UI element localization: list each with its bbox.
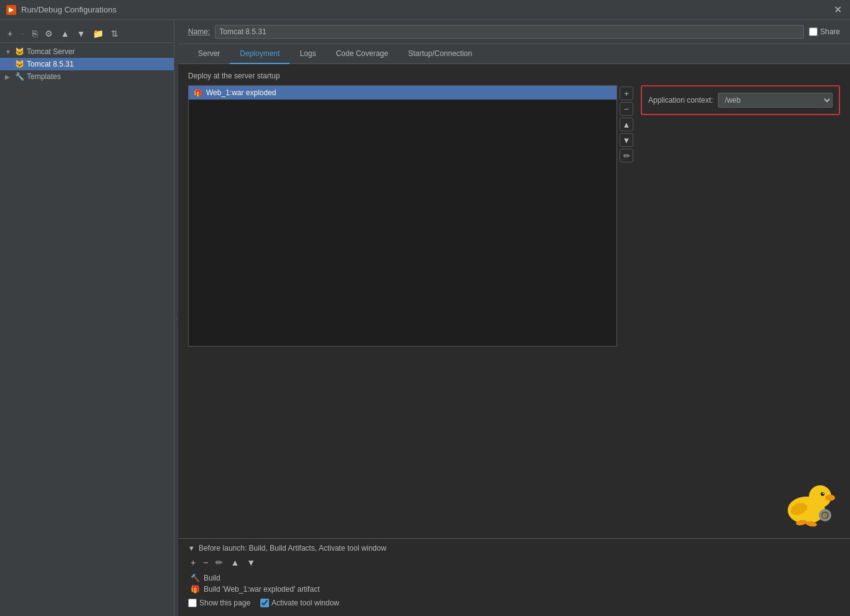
deploy-up-button[interactable]: ▲ xyxy=(620,118,633,131)
title-bar: ▶ Run/Debug Configurations ✕ xyxy=(0,0,850,20)
move-up-config-button[interactable]: ▲ xyxy=(58,27,72,40)
close-button[interactable]: ✕ xyxy=(831,4,844,16)
show-page-label: Show this page xyxy=(199,599,250,607)
sort-config-button[interactable]: ⇅ xyxy=(108,27,121,40)
deploy-down-button[interactable]: ▼ xyxy=(620,133,633,147)
before-launch-item-label-0: Build xyxy=(204,574,220,582)
app-context-label: Application context: xyxy=(648,96,713,105)
deploy-item-0[interactable]: 🎁 Web_1:war exploded xyxy=(189,86,616,100)
activate-tool-checkbox-item: Activate tool window xyxy=(260,599,339,607)
tomcat-server-icon: 🐱 xyxy=(15,47,24,56)
before-launch-up-button[interactable]: ▲ xyxy=(228,556,242,569)
templates-icon: 🔧 xyxy=(15,72,24,81)
tab-logs[interactable]: Logs xyxy=(290,44,326,64)
tab-startup[interactable]: Startup/Connection xyxy=(398,44,482,64)
deployment-content: Deploy at the server startup 🎁 Web_1:war… xyxy=(178,64,850,538)
before-launch-title: Before launch: Build, Build Artifacts, A… xyxy=(199,544,387,553)
folder-config-button[interactable]: 📁 xyxy=(90,27,106,40)
tomcat-group-label: Tomcat Server xyxy=(27,47,75,56)
before-launch-section: ▼ Before launch: Build, Build Artifacts,… xyxy=(178,538,850,616)
show-page-checkbox[interactable] xyxy=(188,599,197,607)
add-config-button[interactable]: + xyxy=(5,27,15,40)
copy-config-button[interactable]: ⎘ xyxy=(30,27,40,40)
checkboxes-row: Show this page Activate tool window xyxy=(188,595,840,611)
deploy-remove-button[interactable]: − xyxy=(620,102,633,116)
before-launch-item-0: 🔨 Build xyxy=(188,572,840,584)
deploy-list-wrapper: 🎁 Web_1:war exploded + − ▲ ▼ ✏ xyxy=(188,85,633,347)
dialog-title: Run/Debug Configurations xyxy=(21,5,116,14)
sidebar-toolbar: + − ⎘ ⚙ ▲ ▼ 📁 ⇅ xyxy=(0,25,174,43)
templates-label: Templates xyxy=(27,72,61,81)
deploy-add-button[interactable]: + xyxy=(620,86,633,100)
before-launch-collapse-button[interactable]: ▼ xyxy=(188,544,195,552)
app-context-select[interactable]: /web / /app xyxy=(718,93,833,108)
before-launch-down-button[interactable]: ▼ xyxy=(244,556,258,569)
tabs-row: Server Deployment Logs Code Coverage Sta… xyxy=(178,44,850,64)
before-launch-toolbar: + − ✏ ▲ ▼ xyxy=(188,556,840,569)
app-context-panel: Application context: /web / /app xyxy=(641,85,840,115)
deploy-layout: 🎁 Web_1:war exploded + − ▲ ▼ ✏ Applicati… xyxy=(188,85,840,347)
tomcat-expand-icon: ▼ xyxy=(5,49,12,55)
deploy-list: 🎁 Web_1:war exploded xyxy=(188,85,617,347)
app-icon: ▶ xyxy=(6,5,16,15)
title-bar-left: ▶ Run/Debug Configurations xyxy=(6,5,116,15)
tab-deployment[interactable]: Deployment xyxy=(230,44,290,64)
before-launch-header: ▼ Before launch: Build, Build Artifacts,… xyxy=(188,544,840,553)
build-icon: 🔨 xyxy=(191,574,200,582)
tab-coverage[interactable]: Code Coverage xyxy=(326,44,398,64)
deploy-side-buttons: + − ▲ ▼ ✏ xyxy=(620,85,633,347)
templates-expand-icon: ▶ xyxy=(5,73,12,80)
deploy-item-icon-0: 🎁 xyxy=(194,89,202,97)
deploy-item-label-0: Web_1:war exploded xyxy=(206,88,276,97)
name-row: Name: Share xyxy=(178,20,850,44)
share-label: Share xyxy=(820,27,840,36)
before-launch-add-button[interactable]: + xyxy=(188,556,198,569)
name-input[interactable] xyxy=(215,25,804,39)
deploy-edit-button[interactable]: ✏ xyxy=(620,149,633,162)
activate-tool-label: Activate tool window xyxy=(272,599,339,607)
tab-server[interactable]: Server xyxy=(188,44,230,64)
share-checkbox[interactable] xyxy=(809,27,818,36)
activate-tool-checkbox[interactable] xyxy=(260,599,269,607)
before-launch-item-1: 🎁 Build 'Web_1:war exploded' artifact xyxy=(188,584,840,595)
tree-item-tomcat[interactable]: 🐱 Tomcat 8.5.31 xyxy=(0,58,174,70)
artifact-icon: 🎁 xyxy=(191,585,200,594)
name-label: Name: xyxy=(188,27,210,36)
show-page-checkbox-item: Show this page xyxy=(188,599,250,607)
tree-group-templates[interactable]: ▶ 🔧 Templates xyxy=(0,70,174,83)
tomcat-item-label: Tomcat 8.5.31 xyxy=(27,60,73,68)
content-area: Name: Share Server Deployment Logs Code … xyxy=(178,20,850,616)
settings-config-button[interactable]: ⚙ xyxy=(42,27,55,40)
tree-group-tomcat[interactable]: ▼ 🐱 Tomcat Server xyxy=(0,45,174,58)
move-down-config-button[interactable]: ▼ xyxy=(74,27,88,40)
before-launch-remove-button[interactable]: − xyxy=(201,556,210,569)
main-layout: + − ⎘ ⚙ ▲ ▼ 📁 ⇅ ▼ 🐱 Tomcat Server 🐱 Tomc… xyxy=(0,20,850,616)
share-row: Share xyxy=(809,27,840,36)
before-launch-item-label-1: Build 'Web_1:war exploded' artifact xyxy=(204,585,319,594)
remove-config-button[interactable]: − xyxy=(17,27,27,40)
config-tree: ▼ 🐱 Tomcat Server 🐱 Tomcat 8.5.31 ▶ 🔧 Te… xyxy=(0,45,174,83)
tomcat-item-icon: 🐱 xyxy=(15,60,24,68)
sidebar: + − ⎘ ⚙ ▲ ▼ 📁 ⇅ ▼ 🐱 Tomcat Server 🐱 Tomc… xyxy=(0,20,174,616)
deploy-header: Deploy at the server startup xyxy=(188,72,840,80)
before-launch-edit-button[interactable]: ✏ xyxy=(213,556,225,569)
